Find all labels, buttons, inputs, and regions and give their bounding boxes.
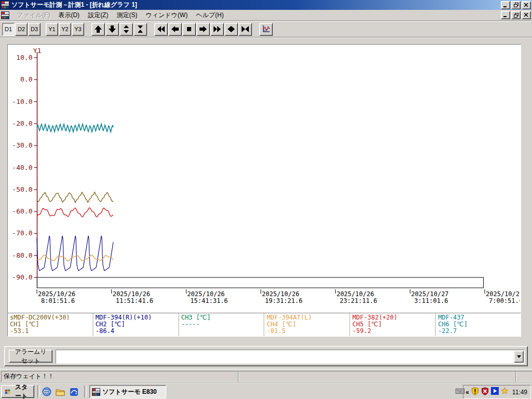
legend-cell-ch6[interactable]: MDF-437CH6 [℃]-22.7 bbox=[436, 313, 521, 336]
app-icon[interactable] bbox=[1, 1, 9, 9]
security-alert-shield-icon[interactable] bbox=[481, 387, 489, 397]
alarm-dropdown-value bbox=[57, 351, 514, 362]
system-tray: « 11:49 bbox=[463, 385, 531, 399]
start-button[interactable]: スタート bbox=[1, 385, 34, 398]
x-tick-date: 2025/10/26 bbox=[187, 290, 224, 298]
menu-settings[interactable]: 設定(Z) bbox=[84, 10, 112, 21]
y-tick-label: -40.0 bbox=[12, 164, 32, 171]
y-tick-label: -10.0 bbox=[12, 98, 32, 105]
compress-vertical-icon[interactable] bbox=[134, 23, 147, 36]
x-tick-date: 2025/10/27 bbox=[486, 290, 520, 298]
app-icon bbox=[92, 388, 100, 396]
clock[interactable]: 11:49 bbox=[512, 389, 527, 396]
menu-help[interactable]: ヘルプ(H) bbox=[192, 10, 228, 21]
legend-cell-ch2[interactable]: MDF-394(R)(+10)CH2 [℃]-86.4 bbox=[94, 313, 178, 336]
alarm-dropdown-arrow[interactable] bbox=[514, 351, 524, 363]
taskbar-divider bbox=[84, 385, 87, 397]
legend-cell-ch5[interactable]: MDF-382(+20)CH5 [℃]-59.2 bbox=[350, 313, 435, 336]
step-right-icon[interactable] bbox=[196, 23, 210, 36]
media-player-icon[interactable] bbox=[491, 387, 499, 397]
scroll-down-icon[interactable] bbox=[105, 23, 119, 36]
x-tick-date: 2025/10/26 bbox=[262, 290, 299, 298]
x-tick-date: 2025/10/26 bbox=[337, 290, 374, 298]
y-tick-label: -70.0 bbox=[12, 229, 32, 237]
alarm-reset-button[interactable]: アラームリセット bbox=[9, 350, 52, 363]
x-tick-time: 8:01:51.6 bbox=[41, 297, 75, 304]
outlook-express-icon[interactable] bbox=[69, 387, 79, 397]
series-line-ch5 bbox=[37, 208, 113, 217]
legend-current-value: ----- bbox=[181, 321, 264, 328]
close-button[interactable] bbox=[522, 1, 531, 9]
stop-icon[interactable] bbox=[182, 23, 196, 36]
x-tick-time: 23:21:11.6 bbox=[340, 297, 377, 304]
child-restore-button[interactable] bbox=[511, 11, 521, 19]
y-tick-label: 10.0 bbox=[16, 54, 32, 61]
status-message: 保存ウェイト！！ bbox=[1, 371, 239, 382]
internet-explorer-icon[interactable] bbox=[42, 387, 52, 397]
compress-horizontal-icon[interactable] bbox=[238, 23, 252, 36]
restore-button[interactable] bbox=[511, 1, 521, 9]
collapse-chevron-icon[interactable]: « bbox=[466, 389, 469, 396]
x-tick-date: 2025/10/27 bbox=[411, 290, 448, 298]
chevron-down-icon bbox=[517, 355, 521, 358]
line-chart: Y110.00.0-10.0-20.0-30.0-40.0-50.0-60.0-… bbox=[8, 45, 520, 311]
fast-forward-icon[interactable] bbox=[210, 23, 224, 36]
axis-y3-button[interactable]: Y3 bbox=[72, 23, 84, 36]
chart-panel: Y110.00.0-10.0-20.0-30.0-40.0-50.0-60.0-… bbox=[7, 44, 521, 313]
menu-window[interactable]: ウィンドウ(W) bbox=[141, 10, 192, 21]
expand-vertical-icon[interactable] bbox=[119, 23, 133, 36]
axis-y2-button[interactable]: Y2 bbox=[59, 23, 71, 36]
time-range-box bbox=[37, 277, 484, 288]
x-tick-date: 2025/10/26 bbox=[38, 290, 75, 298]
status-panel-2 bbox=[238, 371, 516, 382]
alarm-panel: アラームリセット bbox=[4, 346, 528, 366]
legend-cell-ch3[interactable]: CH3 [℃]----- bbox=[179, 313, 264, 336]
title-bar: ソフトサーモ計測－計測1 - [折れ線グラフ 1] bbox=[0, 0, 532, 10]
x-tick-time: 19:31:21.6 bbox=[265, 297, 302, 304]
scroll-up-icon[interactable] bbox=[91, 23, 105, 36]
menu-bar: ファイル(F) 表示(D) 設定(Z) 測定(S) ウィンドウ(W) ヘルプ(H… bbox=[0, 10, 532, 21]
task-button-label: ソフトサーモ E830 bbox=[102, 388, 157, 396]
star-icon[interactable] bbox=[501, 387, 509, 397]
step-left-icon[interactable] bbox=[168, 23, 182, 36]
legend-current-value: -86.4 bbox=[96, 328, 178, 335]
legend-cell-ch4[interactable]: MDF-394AT(L)CH4 [℃]-81.5 bbox=[264, 313, 349, 336]
legend-current-value: -53.1 bbox=[10, 328, 92, 335]
x-tick-time: 3:11:01.6 bbox=[414, 297, 448, 304]
y-tick-label: 0.0 bbox=[20, 75, 32, 83]
child-close-button[interactable] bbox=[522, 11, 531, 19]
task-button-softthermo[interactable]: ソフトサーモ E830 bbox=[89, 385, 166, 398]
toolbar: D1 D2 D3 Y1 Y2 Y3 bbox=[0, 21, 532, 37]
expand-horizontal-icon[interactable] bbox=[224, 23, 238, 36]
taskbar: スタート ソフトサーモ E830 bbox=[0, 382, 532, 399]
legend-cell-ch1[interactable]: sMDF-DC200V(+30)CH1 [℃]-53.1 bbox=[8, 313, 92, 336]
menu-view[interactable]: 表示(D) bbox=[54, 10, 84, 21]
display1-button[interactable]: D1 bbox=[2, 23, 15, 36]
y-tick-label: -60.0 bbox=[12, 207, 32, 215]
series-line-ch1 bbox=[37, 192, 113, 203]
display2-button[interactable]: D2 bbox=[15, 23, 28, 36]
legend-panel: sMDF-DC200V(+30)CH1 [℃]-53.1MDF-394(R)(+… bbox=[7, 313, 521, 337]
y-tick-label: -80.0 bbox=[12, 251, 32, 259]
y-tick-label: -50.0 bbox=[12, 185, 32, 193]
folder-icon[interactable] bbox=[55, 387, 65, 397]
graph-display-icon[interactable] bbox=[259, 23, 273, 36]
series-line-ch4 bbox=[37, 255, 113, 261]
y-tick-label: -90.0 bbox=[12, 273, 32, 281]
security-warning-shield-icon[interactable] bbox=[471, 387, 479, 397]
axis-y1-button[interactable]: Y1 bbox=[46, 23, 58, 36]
menu-measure[interactable]: 測定(S) bbox=[112, 10, 141, 21]
alarm-dropdown[interactable] bbox=[56, 350, 525, 364]
display3-button[interactable]: D3 bbox=[28, 23, 41, 36]
taskbar-divider bbox=[37, 385, 40, 397]
legend-current-value: -59.2 bbox=[352, 328, 435, 335]
minimize-button[interactable] bbox=[501, 1, 510, 9]
document-icon[interactable] bbox=[1, 11, 9, 19]
status-panel-3 bbox=[515, 371, 532, 382]
status-bar: 保存ウェイト！！ bbox=[0, 369, 532, 383]
x-tick-time: 11:51:41.6 bbox=[116, 297, 153, 304]
fast-rewind-icon[interactable] bbox=[154, 23, 168, 36]
child-minimize-button[interactable] bbox=[501, 11, 510, 19]
windows-logo-icon bbox=[5, 388, 10, 395]
legend-current-value: -22.7 bbox=[438, 328, 521, 335]
